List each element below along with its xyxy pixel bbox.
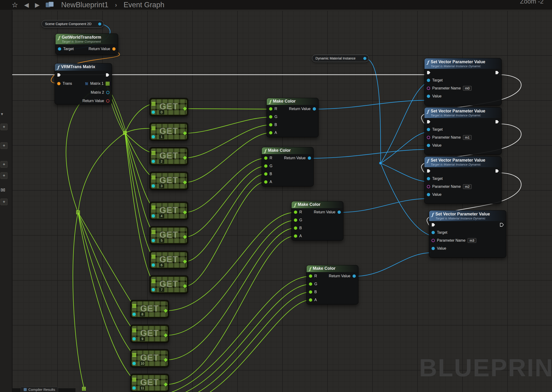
- forward-arrow-icon[interactable]: ▶: [35, 1, 40, 9]
- exec-out-pin[interactable]: [495, 71, 499, 75]
- exec-out-pin[interactable]: [106, 73, 109, 77]
- vrmtrans-matrix-node[interactable]: ƒ VRMTrans Matrix Trans Matrix 1 Matrix …: [55, 63, 112, 105]
- g-pin[interactable]: [309, 282, 312, 286]
- return-value-pin[interactable]: [352, 274, 356, 278]
- favorite-star-icon[interactable]: ☆: [12, 1, 18, 8]
- get-node[interactable]: GET 10: [130, 349, 169, 367]
- breadcrumb-blueprint[interactable]: NewBlueprint1: [61, 1, 108, 9]
- exec-out-pin[interactable]: [500, 223, 504, 227]
- parameter-name-field[interactable]: m0: [463, 86, 472, 91]
- target-pin[interactable]: [431, 231, 435, 234]
- scene-capture-pill-node[interactable]: Scene Capture Component 2D: [42, 20, 104, 28]
- exec-in-pin[interactable]: [427, 169, 430, 173]
- make-color-node[interactable]: ƒ Make Color RReturn Value G B A: [266, 98, 319, 137]
- index-pin[interactable]: [152, 135, 155, 138]
- index-pin[interactable]: [152, 111, 155, 114]
- get-index-field[interactable]: 9: [139, 336, 145, 341]
- get-node[interactable]: GET 6: [150, 251, 188, 269]
- parameter-name-field[interactable]: m3: [468, 238, 476, 243]
- set-vector-parameter-node[interactable]: ƒ Set Vector Parameter Value Target is M…: [424, 156, 502, 204]
- return-value-pin[interactable]: [337, 210, 341, 214]
- get-index-field[interactable]: 4: [159, 213, 165, 218]
- get-index-field[interactable]: 10: [139, 361, 145, 366]
- get-index-field[interactable]: 11: [139, 385, 145, 391]
- value-pin[interactable]: [427, 193, 430, 196]
- index-pin[interactable]: [152, 214, 155, 217]
- r-pin[interactable]: [264, 156, 267, 160]
- get-world-transform-node[interactable]: ƒ GetWorldTransform Target is Scene Comp…: [55, 34, 118, 55]
- reroute-node[interactable]: [123, 131, 127, 135]
- get-node[interactable]: GET 4: [150, 202, 188, 220]
- reroute-node[interactable]: [76, 210, 80, 214]
- r-pin[interactable]: [269, 107, 272, 111]
- parameter-name-pin[interactable]: [427, 136, 430, 139]
- get-node[interactable]: GET 1: [150, 122, 188, 141]
- get-index-field[interactable]: 7: [159, 287, 165, 292]
- g-pin[interactable]: [294, 218, 297, 222]
- array-in-pin[interactable]: [132, 378, 136, 381]
- get-node[interactable]: GET 9: [130, 325, 169, 343]
- index-pin[interactable]: [132, 337, 136, 341]
- get-node[interactable]: GET 7: [150, 275, 188, 294]
- g-pin[interactable]: [269, 115, 272, 119]
- return-value-pin[interactable]: [313, 107, 316, 111]
- index-pin[interactable]: [132, 386, 136, 390]
- index-pin[interactable]: [132, 362, 136, 365]
- value-pin[interactable]: [427, 95, 430, 98]
- array-in-pin[interactable]: [152, 102, 155, 106]
- add-button[interactable]: +: [0, 161, 7, 168]
- array-in-pin[interactable]: [152, 151, 155, 155]
- exec-out-pin[interactable]: [495, 120, 499, 124]
- exec-in-pin[interactable]: [431, 223, 435, 227]
- array-in-pin[interactable]: [132, 353, 136, 357]
- make-color-node[interactable]: ƒ Make Color RReturn Value G B A: [262, 147, 314, 186]
- get-index-field[interactable]: 6: [159, 263, 165, 268]
- array-in-pin[interactable]: [152, 255, 155, 259]
- a-pin[interactable]: [264, 180, 267, 184]
- matrix1-array-pin[interactable]: [106, 82, 109, 85]
- make-color-node[interactable]: ƒ Make Color RReturn Value G B A: [306, 265, 358, 304]
- reroute-node[interactable]: [82, 387, 86, 391]
- get-index-field[interactable]: 3: [159, 183, 165, 189]
- parameter-name-field[interactable]: m1: [463, 135, 472, 140]
- target-pin[interactable]: [427, 177, 430, 180]
- value-pin[interactable]: [431, 247, 435, 250]
- index-pin[interactable]: [152, 239, 155, 242]
- make-color-node[interactable]: ƒ Make Color RReturn Value G B A: [291, 201, 343, 240]
- a-pin[interactable]: [294, 234, 297, 238]
- array-in-pin[interactable]: [152, 206, 155, 209]
- b-pin[interactable]: [309, 290, 312, 294]
- b-pin[interactable]: [269, 123, 272, 126]
- index-pin[interactable]: [132, 313, 136, 316]
- array-in-pin[interactable]: [152, 176, 155, 179]
- add-button[interactable]: +: [0, 199, 7, 205]
- a-pin[interactable]: [309, 298, 312, 302]
- mail-icon[interactable]: ✉: [0, 187, 5, 193]
- return-value-pin[interactable]: [112, 47, 115, 51]
- add-button[interactable]: +: [0, 142, 7, 149]
- index-pin[interactable]: [152, 288, 155, 291]
- g-pin[interactable]: [264, 164, 267, 168]
- set-vector-parameter-node[interactable]: ƒ Set Vector Parameter Value Target is M…: [424, 107, 502, 154]
- get-index-field[interactable]: 5: [159, 238, 165, 243]
- target-pin[interactable]: [427, 128, 430, 131]
- get-node[interactable]: GET 11: [130, 374, 169, 392]
- exec-in-pin[interactable]: [427, 120, 430, 124]
- target-pin[interactable]: [427, 79, 430, 82]
- array-in-pin[interactable]: [132, 329, 136, 332]
- array-in-pin[interactable]: [132, 304, 136, 308]
- array-in-pin[interactable]: [152, 126, 155, 130]
- get-index-field[interactable]: 2: [159, 159, 165, 164]
- set-vector-parameter-node[interactable]: ƒ Set Vector Parameter Value Target is M…: [424, 58, 502, 105]
- target-pin[interactable]: [58, 47, 61, 51]
- return-value-pin[interactable]: [106, 99, 109, 103]
- b-pin[interactable]: [294, 226, 297, 230]
- collapse-caret-icon[interactable]: ▾: [1, 112, 3, 117]
- dynamic-material-pill-node[interactable]: Dynamic Material Instance: [312, 55, 369, 62]
- array-in-pin[interactable]: [152, 279, 155, 283]
- add-button[interactable]: +: [0, 124, 7, 130]
- get-index-field[interactable]: 1: [159, 134, 165, 139]
- reroute-node[interactable]: [379, 161, 382, 165]
- get-index-field[interactable]: 8: [139, 312, 145, 317]
- parameter-name-pin[interactable]: [427, 185, 430, 188]
